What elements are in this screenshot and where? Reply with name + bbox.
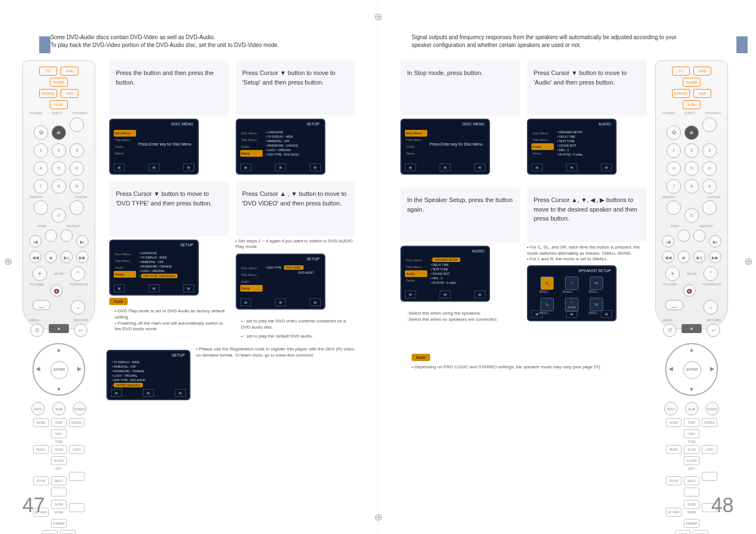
- osd-title: SPEAKER SETUP: [578, 269, 611, 273]
- speaker-mode-notes: : Select this when using the speakers. :…: [400, 311, 520, 323]
- step-2: Press Cursor ▼ button to move to 'Setup'…: [236, 60, 356, 175]
- osd-side-title: Title Menu: [405, 137, 427, 143]
- osd-center-msg: Press Enter key for Disc Menu: [138, 142, 192, 146]
- remote-btn-tv: TV: [39, 67, 57, 76]
- remote-column: TV DVD TUNER DVD/CD AUX D.IN POWER EJECT…: [22, 60, 101, 340]
- dpad-left-icon: ◀: [36, 366, 40, 372]
- remote-btn-1: 1: [34, 143, 48, 158]
- osd-icon-2: ▣: [148, 163, 160, 171]
- remote-btn-rew: ◀◀: [29, 251, 41, 263]
- remote-label-menu: MENU: [30, 318, 40, 322]
- osd-item-delay: • DELAY TIME: [557, 134, 612, 139]
- osd-side-disc: Disc Menu: [405, 257, 427, 264]
- dpad-up-icon: ▲: [56, 346, 62, 353]
- step-4-note: • Set steps 1 ~ 4 again if you want to s…: [236, 238, 356, 250]
- osd-item-test: • TEST TONE: [431, 267, 486, 271]
- osd-step-1: DISC MENU Disc Menu Title Menu Audio Set…: [400, 119, 490, 175]
- osd-title: SETUP: [180, 243, 193, 247]
- osd-side-audio: Audio: [240, 143, 263, 150]
- osd-step-3: AUDIO Disc Menu Title Menu Audio Setup •…: [400, 246, 490, 302]
- note-b: • Powering off the main unit will automa…: [115, 321, 229, 333]
- remote-btn-8: 8: [52, 179, 66, 194]
- osd-item-dvdtype: • DVD TYPE : DVD AUDIO: [266, 152, 321, 157]
- osd-icon-2: ▣: [275, 163, 286, 171]
- osd-icon-1: ▣: [114, 284, 125, 292]
- osd-item-parental: • PARENTAL : OFF: [139, 260, 194, 264]
- page-number-left: 47: [22, 494, 45, 517]
- speaker-box-fl: FL: [540, 277, 554, 290]
- remote-btn-mute: 🔇: [50, 284, 63, 297]
- osd-icon-3: ▣: [175, 389, 186, 397]
- remote-control-diagram: TV DVD TUNER DVD/CD AUX D.IN POWER EJECT…: [655, 60, 728, 329]
- intro-line-1: Signal outputs and frequency responses f…: [412, 34, 734, 41]
- remote-btn-slow: SLOW: [51, 445, 67, 454]
- steps-grid: In Stop mode, press button. DISC MENU Di…: [400, 60, 647, 329]
- remote-btn-mode: MODE: [33, 418, 49, 427]
- osd-icon-3: ▣: [310, 163, 321, 171]
- remote-btn-ch-up: ⌃: [71, 266, 85, 281]
- remote-btn-eject: ⏏: [684, 125, 699, 140]
- osd-title: SETUP: [306, 122, 319, 126]
- osd-side-setup: Setup: [240, 150, 263, 157]
- section-tab: [39, 36, 50, 53]
- notes-right: • : set to play the DVD video contents c…: [236, 318, 356, 340]
- osd-divx: SETUP • TV DISPLAY : WIDE • PARENTAL : O…: [106, 350, 190, 400]
- osd-side-title: Title Menu: [405, 264, 427, 270]
- remote-btn-blank1: [69, 472, 85, 481]
- osd-step-1: DISC MENU Disc Menu Title Menu Audio Set…: [109, 119, 199, 175]
- remote-label-power: POWER: [662, 111, 675, 115]
- remote-btn-remain: [34, 200, 48, 215]
- manual-spread: ⊕ ⊕ ⊕ ⊕ Some DVD-Audio discs contain DVD…: [0, 0, 756, 534]
- osd-side-audio: Audio: [531, 143, 554, 150]
- osd-icon-1: ▣: [114, 163, 125, 171]
- osd-item-drc: • DRC : 0: [557, 148, 612, 152]
- osd-step-2: AUDIO Disc Menu Title Menu Audio Setup •…: [527, 119, 617, 175]
- step-3: Press Cursor ▼ button to move to 'DVD TY…: [109, 181, 229, 340]
- osd-item-sedit: • SOUND EDIT: [557, 143, 612, 148]
- intro-text: Some DVD-Audio discs contain DVD-Video a…: [50, 34, 355, 49]
- remote-btn-ch-down: ⌄: [71, 300, 85, 315]
- osd-item-tvdisp: • TV DISPLAY : WIDE: [266, 134, 321, 139]
- remote-btn-up: ▲: [49, 324, 69, 333]
- osd-icon-3: ▣: [183, 284, 194, 292]
- remote-btn-din: D.IN: [683, 100, 701, 109]
- steps-grid: Press the button and then press the butt…: [109, 60, 355, 340]
- osd-item-dvdaudio: DVD AUDIO: [266, 270, 321, 275]
- osd-side-title: Title Menu: [531, 137, 554, 143]
- remote-btn-slide: SLIDE MODE: [51, 500, 67, 509]
- remote-btn-dvdcd: DVD/CD: [672, 89, 690, 98]
- speaker-box-c: C: [565, 277, 578, 290]
- osd-step-4: SETUP Disc Menu Title Menu Audio Setup •…: [236, 254, 325, 310]
- step-2: Press Cursor ▼ button to move to 'Audio'…: [527, 60, 647, 181]
- osd-item-parental: • PARENTAL : OFF: [266, 139, 321, 143]
- step-2-text: Press Cursor ▼ button to move to 'Setup'…: [236, 60, 356, 115]
- osd-side-disc: Disc Menu: [114, 130, 136, 137]
- osd-icon-2: ▣: [148, 284, 160, 292]
- remote-btn-stop: ■: [45, 251, 57, 263]
- osd-step-3: SETUP Disc Menu Title Menu Audio Setup •…: [109, 240, 199, 296]
- remote-label-volume: VOLUME: [30, 283, 44, 298]
- remote-btn-dvdcd: DVD/CD: [39, 89, 57, 98]
- osd-side-title: Title Menu: [240, 137, 263, 143]
- osd-item-dvdtype-hl: • DVD TYPE : DVD AUDIO: [139, 273, 194, 279]
- remote-btn-dimmer: DIMMER: [51, 519, 67, 528]
- remote-label-mute: MUTE: [54, 272, 64, 275]
- osd-item-av: • AV-SYNC : 0 mSec: [557, 152, 612, 157]
- osd-item-sedit: • SOUND EDIT: [431, 271, 486, 276]
- note-a: • DVD Play mode is set to DVD Audio as f…: [115, 308, 229, 321]
- step-3-text: In the Speaker Setup, press the button a…: [400, 188, 520, 242]
- remote-label-eject: EJECT: [685, 111, 696, 115]
- osd-item-av: • AV-SYNC : 0 mSec: [431, 280, 486, 285]
- osd-side-title: Title Menu: [240, 271, 263, 278]
- step-3: In the Speaker Setup, press the button a…: [400, 188, 520, 329]
- osd-item-test: • TEST TONE: [557, 139, 612, 143]
- remote-label-tvvideo: TV/VIDEO: [705, 111, 721, 115]
- remote-btn-5: 5: [52, 161, 66, 176]
- step-2-text: Press Cursor ▼ button to move to 'Audio'…: [527, 60, 647, 115]
- remote-btn-cancel: [69, 200, 84, 215]
- step-4: Press Cursor ▲ , ▼ button to move to 'DV…: [236, 181, 356, 340]
- remote-label-power: POWER: [30, 111, 43, 115]
- osd-item-logo: • LOGO : ORIGINAL: [139, 269, 194, 273]
- osd-side-disc: Disc Menu: [240, 265, 263, 271]
- intro-text: Signal outputs and frequency responses f…: [412, 34, 734, 49]
